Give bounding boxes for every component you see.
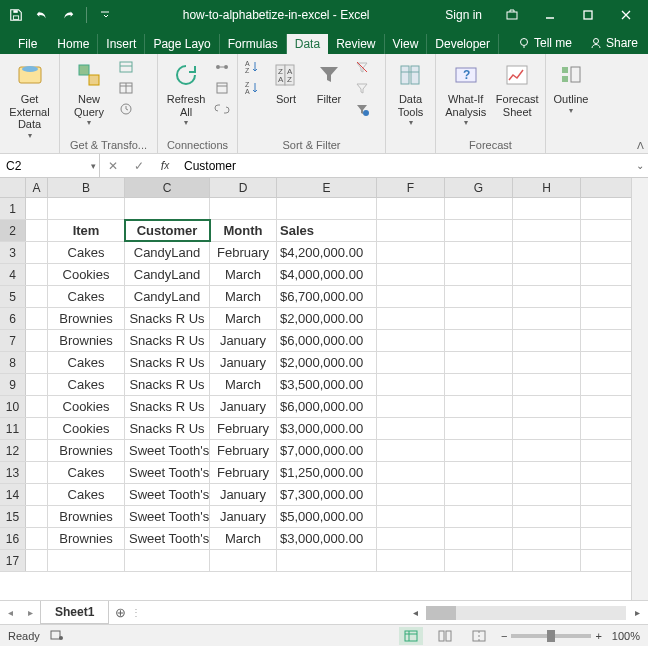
cell-H1[interactable] [513,198,581,219]
advanced-button[interactable] [352,99,372,119]
cell-H7[interactable] [513,330,581,351]
cell-E2[interactable]: Sales [277,220,377,241]
column-header-B[interactable]: B [48,178,125,197]
column-header-H[interactable]: H [513,178,581,197]
redo-button[interactable] [56,3,80,27]
cell-E6[interactable]: $2,000,000.00 [277,308,377,329]
cell-A15[interactable] [26,506,48,527]
cell-C11[interactable]: Snacks R Us [125,418,210,439]
column-header-A[interactable]: A [26,178,48,197]
row-header-17[interactable]: 17 [0,550,26,571]
cell-F3[interactable] [377,242,445,263]
collapse-ribbon-button[interactable]: ᐱ [637,140,644,151]
zoom-level[interactable]: 100% [612,630,640,642]
hscroll-right[interactable]: ▸ [630,607,644,618]
cell-D2[interactable]: Month [210,220,277,241]
row-header-6[interactable]: 6 [0,308,26,329]
cell-A10[interactable] [26,396,48,417]
what-if-analysis-button[interactable]: ? What-If Analysis ▾ [440,57,491,129]
cell-G13[interactable] [445,462,513,483]
cell-F6[interactable] [377,308,445,329]
cell-G15[interactable] [445,506,513,527]
column-header-F[interactable]: F [377,178,445,197]
get-external-data-button[interactable]: Get External Data ▾ [4,57,55,142]
cell-G10[interactable] [445,396,513,417]
name-box[interactable]: ▾ [0,154,100,177]
cell-F13[interactable] [377,462,445,483]
cell-C12[interactable]: Sweet Tooth's [125,440,210,461]
cell-G3[interactable] [445,242,513,263]
cell-C2[interactable]: Customer [125,220,210,241]
column-header-E[interactable]: E [277,178,377,197]
hscroll-thumb[interactable] [426,606,456,620]
cell-D4[interactable]: March [210,264,277,285]
cell-E4[interactable]: $4,000,000.00 [277,264,377,285]
row-header-3[interactable]: 3 [0,242,26,263]
cell-C5[interactable]: CandyLand [125,286,210,307]
cell-D11[interactable]: February [210,418,277,439]
cell-H5[interactable] [513,286,581,307]
cell-E5[interactable]: $6,700,000.00 [277,286,377,307]
ribbon-display-options[interactable] [494,3,530,27]
cell-D1[interactable] [210,198,277,219]
cell-A6[interactable] [26,308,48,329]
cell-E11[interactable]: $3,000,000.00 [277,418,377,439]
cell-G17[interactable] [445,550,513,571]
cell-F10[interactable] [377,396,445,417]
cell-H2[interactable] [513,220,581,241]
cell-B10[interactable]: Cookies [48,396,125,417]
cancel-formula-button[interactable]: ✕ [100,159,126,173]
cell-D8[interactable]: January [210,352,277,373]
tell-me[interactable]: Tell me [510,32,580,54]
cell-B16[interactable]: Brownies [48,528,125,549]
cell-D17[interactable] [210,550,277,571]
tab-view[interactable]: View [385,34,428,54]
cell-D7[interactable]: January [210,330,277,351]
qat-customize[interactable] [93,3,117,27]
from-table-button[interactable] [116,78,136,98]
zoom-slider[interactable] [511,634,591,638]
row-header-14[interactable]: 14 [0,484,26,505]
cell-F17[interactable] [377,550,445,571]
close-button[interactable] [608,3,644,27]
cell-C14[interactable]: Sweet Tooth's [125,484,210,505]
cell-A13[interactable] [26,462,48,483]
cell-H9[interactable] [513,374,581,395]
cell-F7[interactable] [377,330,445,351]
cell-C15[interactable]: Sweet Tooth's [125,506,210,527]
cell-A14[interactable] [26,484,48,505]
cell-H4[interactable] [513,264,581,285]
cell-F16[interactable] [377,528,445,549]
cell-G4[interactable] [445,264,513,285]
cell-G8[interactable] [445,352,513,373]
cell-H10[interactable] [513,396,581,417]
column-header-G[interactable]: G [445,178,513,197]
row-header-16[interactable]: 16 [0,528,26,549]
cell-E15[interactable]: $5,000,000.00 [277,506,377,527]
column-header-C[interactable]: C [125,178,210,197]
cell-F12[interactable] [377,440,445,461]
cell-F5[interactable] [377,286,445,307]
cell-A5[interactable] [26,286,48,307]
enter-formula-button[interactable]: ✓ [126,159,152,173]
outline-button[interactable]: Outline ▾ [550,57,592,117]
sort-descending-button[interactable]: ZA [242,78,262,98]
cell-A11[interactable] [26,418,48,439]
cell-G6[interactable] [445,308,513,329]
tab-home[interactable]: Home [49,34,98,54]
cell-E1[interactable] [277,198,377,219]
cell-C6[interactable]: Snacks R Us [125,308,210,329]
cell-H16[interactable] [513,528,581,549]
sort-button[interactable]: ZAAZ Sort [266,57,306,108]
cell-H8[interactable] [513,352,581,373]
cell-D3[interactable]: February [210,242,277,263]
vertical-scrollbar[interactable] [631,178,648,600]
cell-C16[interactable]: Sweet Tooth's [125,528,210,549]
cell-A1[interactable] [26,198,48,219]
tab-page-layo[interactable]: Page Layo [145,34,219,54]
cell-B15[interactable]: Brownies [48,506,125,527]
tab-developer[interactable]: Developer [427,34,499,54]
cell-F15[interactable] [377,506,445,527]
cell-C8[interactable]: Snacks R Us [125,352,210,373]
cell-B8[interactable]: Cakes [48,352,125,373]
